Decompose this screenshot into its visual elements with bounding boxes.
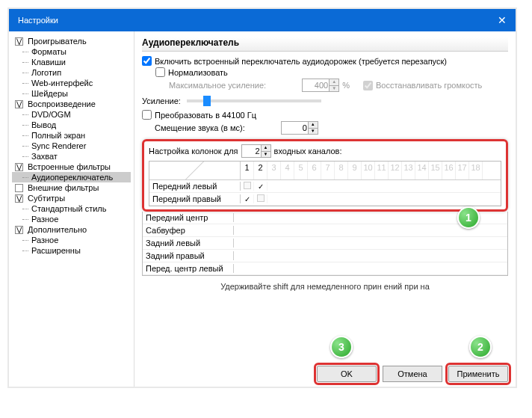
annotation-badge-3: 3 — [330, 336, 353, 358]
tree-item[interactable]: Sync Renderer — [12, 141, 131, 151]
annotation-badge-2: 2 — [469, 336, 492, 358]
channel-matrix-overflow: Передний центрСабвуферЗадний левыйЗадний… — [142, 212, 508, 276]
tree-item[interactable]: Захват — [12, 151, 131, 162]
tree-item[interactable]: Логотип — [12, 67, 131, 78]
tree-item[interactable]: ⋁Субтитры — [12, 193, 131, 203]
ok-button[interactable]: OK — [317, 366, 377, 382]
titlebar: Настройки ✕ — [9, 9, 516, 31]
tree-item[interactable]: Web-интерфейс — [12, 78, 131, 88]
max-gain-input: 400 ▲▼ — [302, 79, 339, 92]
close-icon[interactable]: ✕ — [498, 14, 507, 26]
matrix-row: Задний правый — [143, 250, 507, 262]
matrix-col: 17 — [456, 162, 469, 179]
max-gain-row: Максимальное усиление: 400 ▲▼ % Восстана… — [169, 79, 508, 92]
tree-item[interactable]: Полный экран — [12, 130, 131, 141]
tree-item[interactable]: Клавиши — [12, 57, 131, 67]
spin-down-icon: ▼ — [329, 86, 338, 92]
matrix-col: 9 — [348, 162, 362, 179]
tree-item[interactable]: Разное — [12, 214, 131, 224]
matrix-cell[interactable] — [254, 194, 267, 203]
normalize-input[interactable] — [155, 67, 165, 77]
apply-button[interactable]: Применить — [448, 366, 508, 382]
matrix-row: Перед. центр левый — [143, 262, 507, 275]
annotation-badge-1: 1 — [457, 206, 480, 229]
tree-expand-icon[interactable] — [15, 184, 23, 192]
speaker-config-highlight: Настройка колонок для 2 ▲▼ входных канал… — [142, 139, 508, 212]
dialog-window: Настройки ✕ ⋁ПроигрывательФорматыКлавиши… — [7, 7, 517, 388]
matrix-col: 10 — [362, 162, 375, 179]
speaker-count-input[interactable]: 2 ▲▼ — [241, 144, 271, 158]
enable-switcher-checkbox[interactable]: Включить встроенный переключатель аудиод… — [142, 56, 508, 66]
dialog-buttons: OK Отмена Применить — [317, 366, 508, 382]
spin-up-icon: ▲ — [329, 79, 338, 86]
matrix-col: 1 — [241, 162, 254, 179]
matrix-col: 12 — [389, 162, 402, 179]
settings-panel: Аудиопереключатель Включить встроенный п… — [134, 31, 516, 387]
cancel-button[interactable]: Отмена — [383, 366, 442, 382]
matrix-row: Задний левый — [143, 237, 507, 250]
matrix-col: 14 — [415, 162, 429, 179]
matrix-col: 2 — [254, 162, 267, 179]
matrix-col: 6 — [308, 162, 321, 179]
matrix-col: 4 — [281, 162, 294, 179]
matrix-cell[interactable] — [241, 182, 254, 191]
channel-matrix: 123456789101112131415161718 Передний лев… — [149, 161, 501, 206]
tree-item[interactable]: Расширенны — [12, 245, 131, 256]
audio-offset-input[interactable]: 0 ▲▼ — [281, 121, 318, 135]
slider-thumb[interactable] — [203, 96, 211, 106]
matrix-col: 15 — [429, 162, 442, 179]
matrix-corner — [149, 162, 241, 179]
tree-expand-icon[interactable]: ⋁ — [15, 37, 23, 46]
tree-item[interactable]: Вывод — [12, 120, 131, 130]
gain-slider[interactable] — [187, 99, 321, 102]
settings-tree: ⋁ПроигрывательФорматыКлавишиЛоготипWeb-и… — [9, 31, 134, 387]
tree-item[interactable]: Аудиопереключатель — [12, 172, 131, 182]
matrix-col: 7 — [321, 162, 335, 179]
speaker-config-row: Настройка колонок для 2 ▲▼ входных канал… — [149, 144, 501, 158]
normalize-checkbox[interactable]: Нормализовать — [155, 67, 508, 77]
gain-row: Усиление: — [142, 96, 508, 105]
tree-expand-icon[interactable]: ⋁ — [15, 100, 23, 108]
matrix-col: 13 — [402, 162, 415, 179]
spin-down-icon[interactable]: ▼ — [261, 152, 270, 158]
tree-item[interactable]: Внешние фильтры — [12, 182, 131, 193]
tree-item[interactable]: Шейдеры — [12, 88, 131, 99]
tree-item[interactable]: DVD/OGM — [12, 109, 131, 120]
tree-item[interactable]: ⋁Встроенные фильтры — [12, 162, 131, 172]
tree-item[interactable]: Форматы — [12, 46, 131, 57]
enable-switcher-input[interactable] — [142, 56, 152, 66]
tree-item[interactable]: Стандартный стиль — [12, 203, 131, 214]
matrix-row: Передний левый — [149, 180, 501, 193]
restore-volume-input — [363, 81, 373, 90]
tree-expand-icon[interactable]: ⋁ — [15, 163, 23, 171]
spin-down-icon[interactable]: ▼ — [308, 129, 318, 135]
window-title: Настройки — [18, 16, 58, 25]
tree-expand-icon[interactable]: ⋁ — [15, 226, 23, 234]
matrix-col: 11 — [375, 162, 389, 179]
matrix-col: 16 — [442, 162, 456, 179]
audio-offset-row: Смещение звука (в мс): 0 ▲▼ — [142, 121, 508, 135]
matrix-col: 5 — [294, 162, 308, 179]
convert-44100-input[interactable] — [142, 110, 152, 120]
convert-44100-checkbox[interactable]: Преобразовать в 44100 Гц — [142, 110, 508, 120]
matrix-cell[interactable] — [254, 182, 267, 191]
tree-item[interactable]: ⋁Воспроизведение — [12, 99, 131, 109]
matrix-col: 3 — [267, 162, 281, 179]
spin-up-icon[interactable]: ▲ — [308, 122, 318, 129]
shift-hint: Удерживайте shift для немедленного прин … — [142, 282, 508, 291]
spin-up-icon[interactable]: ▲ — [261, 145, 270, 152]
matrix-col: 8 — [335, 162, 348, 179]
matrix-row: Передний правый — [149, 193, 501, 206]
section-title: Аудиопереключатель — [142, 37, 508, 52]
tree-item[interactable]: ⋁Дополнительно — [12, 224, 131, 235]
matrix-col: 18 — [469, 162, 483, 179]
matrix-cell[interactable] — [241, 194, 254, 203]
tree-item[interactable]: Разное — [12, 235, 131, 245]
matrix-row: Сабвуфер — [143, 224, 507, 237]
matrix-row: Передний центр — [143, 212, 507, 224]
tree-expand-icon[interactable]: ⋁ — [15, 194, 23, 203]
tree-item[interactable]: ⋁Проигрыватель — [12, 36, 131, 46]
